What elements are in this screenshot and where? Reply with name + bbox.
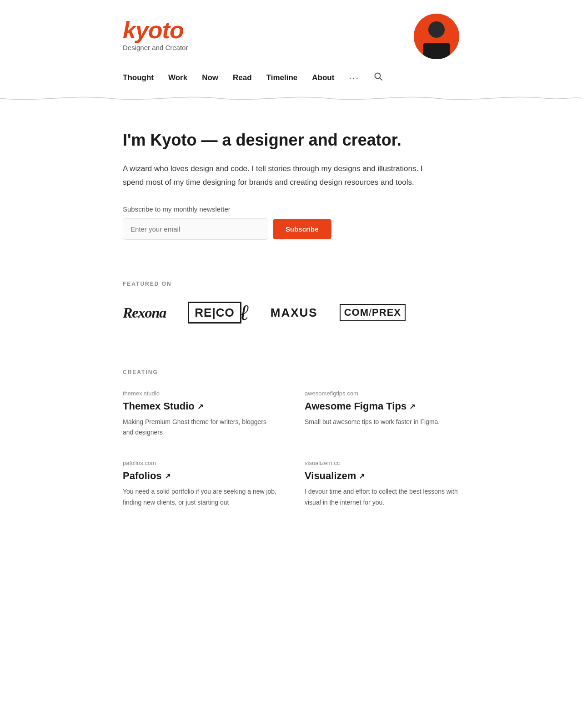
creating-domain-1: awesomefigtips.com bbox=[305, 390, 459, 397]
creating-section: CREATING themex.studio Themex Studio ↗ M… bbox=[123, 351, 459, 535]
creating-desc-3: I devour time and effort to collect the … bbox=[305, 486, 459, 507]
creating-domain-0: themex.studio bbox=[123, 390, 277, 397]
avatar-image bbox=[414, 14, 459, 59]
main-nav: Thought Work Now Read Timeline About ··· bbox=[123, 72, 459, 94]
svg-point-1 bbox=[428, 21, 445, 38]
svg-point-4 bbox=[375, 73, 381, 79]
featured-label: FEATURED ON bbox=[123, 281, 459, 287]
hero-description: A wizard who loves design and code. I te… bbox=[123, 162, 423, 189]
nav-more-button[interactable]: ··· bbox=[349, 72, 359, 83]
creating-title-1[interactable]: Awesome Figma Tips ↗ bbox=[305, 400, 459, 412]
avatar[interactable] bbox=[414, 14, 459, 59]
nav-item-timeline[interactable]: Timeline bbox=[266, 73, 298, 82]
creating-item-2: pafolios.com Pafolios ↗ You need a solid… bbox=[123, 460, 277, 507]
creating-desc-0: Making Premium Ghost theme for writers, … bbox=[123, 417, 277, 438]
site-logo[interactable]: kyoto bbox=[123, 18, 188, 42]
creating-desc-2: You need a solid portfolio if you are se… bbox=[123, 486, 277, 507]
hero-title: I'm Kyoto — a designer and creator. bbox=[123, 130, 459, 151]
header-left: kyoto Designer and Creator bbox=[123, 18, 188, 51]
creating-desc-1: Small but awesome tips to work faster in… bbox=[305, 417, 459, 427]
creating-title-0[interactable]: Themex Studio ↗ bbox=[123, 400, 277, 412]
creating-item-3: visualizem.cc Visualizem ↗ I devour time… bbox=[305, 460, 459, 507]
svg-rect-3 bbox=[423, 43, 450, 57]
header: kyoto Designer and Creator bbox=[123, 0, 459, 59]
nav-item-thought[interactable]: Thought bbox=[123, 73, 154, 82]
creating-title-2[interactable]: Pafolios ↗ bbox=[123, 470, 277, 482]
logo-rexona[interactable]: Rexona bbox=[123, 304, 166, 321]
creating-item-1: awesomefigtips.com Awesome Figma Tips ↗ … bbox=[305, 390, 459, 438]
subscribe-button[interactable]: Subscribe bbox=[273, 219, 331, 239]
hero-section: I'm Kyoto — a designer and creator. A wi… bbox=[123, 102, 459, 263]
creating-domain-3: visualizem.cc bbox=[305, 460, 459, 466]
svg-line-5 bbox=[380, 78, 382, 81]
newsletter-label: Subscribe to my monthly newsletter bbox=[123, 205, 459, 213]
logo-reco[interactable]: RE|CO ℓ bbox=[188, 302, 248, 324]
creating-domain-2: pafolios.com bbox=[123, 460, 277, 466]
logo-comprex[interactable]: COM/PREX bbox=[340, 304, 406, 321]
external-link-icon-2: ↗ bbox=[165, 472, 171, 480]
nav-item-work[interactable]: Work bbox=[168, 73, 187, 82]
featured-section: FEATURED ON Rexona RE|CO ℓ MAXUS COM/PRE… bbox=[123, 263, 459, 351]
site-tagline: Designer and Creator bbox=[123, 44, 188, 51]
external-link-icon-1: ↗ bbox=[409, 402, 415, 411]
search-icon[interactable] bbox=[374, 72, 383, 83]
reco-swash: ℓ bbox=[240, 304, 249, 321]
creating-label: CREATING bbox=[123, 369, 459, 375]
logo-maxus[interactable]: MAXUS bbox=[271, 306, 318, 320]
nav-item-read[interactable]: Read bbox=[233, 73, 252, 82]
nav-item-now[interactable]: Now bbox=[202, 73, 218, 82]
creating-grid: themex.studio Themex Studio ↗ Making Pre… bbox=[123, 390, 459, 507]
nav-item-about[interactable]: About bbox=[312, 73, 334, 82]
newsletter-form: Subscribe bbox=[123, 218, 459, 240]
creating-item-0: themex.studio Themex Studio ↗ Making Pre… bbox=[123, 390, 277, 438]
creating-title-3[interactable]: Visualizem ↗ bbox=[305, 470, 459, 482]
external-link-icon-3: ↗ bbox=[359, 472, 365, 480]
external-link-icon-0: ↗ bbox=[197, 402, 203, 411]
reco-box: RE|CO bbox=[188, 302, 241, 324]
logos-row: Rexona RE|CO ℓ MAXUS COM/PREX bbox=[123, 302, 459, 324]
wave-divider bbox=[0, 94, 582, 102]
email-input[interactable] bbox=[123, 218, 268, 240]
